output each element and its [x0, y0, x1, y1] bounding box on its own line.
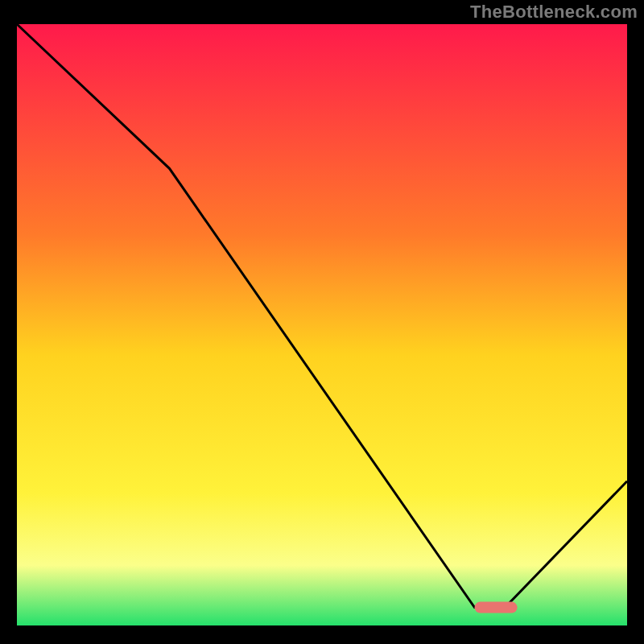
attribution-label: TheBottleneck.com: [470, 2, 638, 23]
chart-container: TheBottleneck.com: [0, 0, 644, 644]
bottleneck-chart: [0, 0, 644, 644]
plot-area: [17, 24, 627, 625]
optimal-marker: [475, 602, 518, 613]
